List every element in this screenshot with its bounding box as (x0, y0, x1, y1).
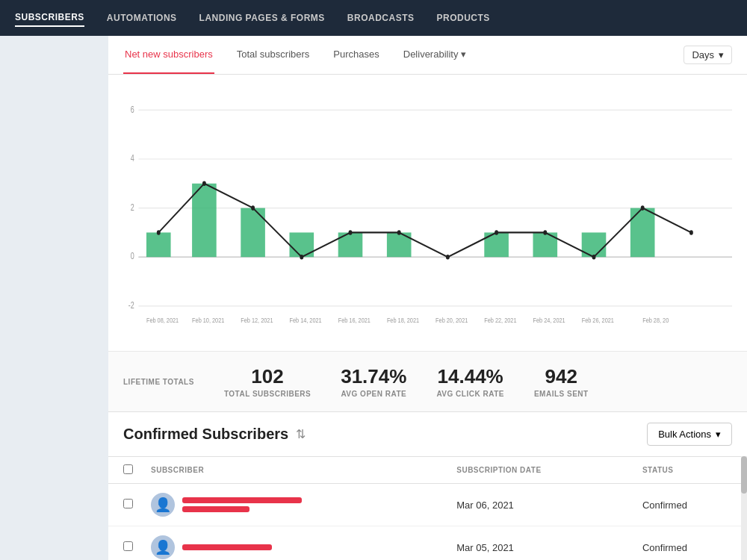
svg-rect-12 (192, 184, 217, 257)
row-checkbox[interactable] (123, 541, 133, 551)
stat-avg-open-rate-value: 31.74% (341, 365, 406, 388)
svg-text:Feb 16, 2021: Feb 16, 2021 (338, 316, 371, 324)
stat-total-subscribers-label: Total Subscribers (224, 390, 311, 398)
stat-total-subscribers: 102 Total Subscribers (224, 365, 311, 398)
stat-emails-sent: 942 Emails Sent (534, 365, 589, 398)
bulk-actions-label: Bulk Actions (658, 429, 711, 440)
select-all-checkbox[interactable] (123, 464, 133, 474)
svg-text:-2: -2 (128, 300, 134, 311)
svg-point-26 (397, 230, 401, 235)
days-label: Days (692, 49, 714, 60)
chart-svg: 6 4 2 0 -2 (123, 90, 732, 351)
stat-emails-sent-label: Emails Sent (534, 390, 589, 398)
col-checkbox (108, 457, 142, 484)
chevron-down-icon: ▾ (716, 429, 721, 440)
subscribers-table: Subscriber Subscription Date Status (108, 456, 747, 560)
nav-automations[interactable]: Automations (107, 10, 177, 26)
redacted-bar (182, 506, 249, 512)
tab-net-new-subscribers[interactable]: Net new subscribers (123, 36, 214, 74)
svg-point-30 (592, 255, 596, 260)
scrollbar-track[interactable] (741, 456, 747, 560)
svg-point-25 (349, 230, 353, 235)
tab-purchases[interactable]: Purchases (332, 36, 380, 74)
svg-text:0: 0 (131, 251, 134, 261)
status-badge: Confirmed (642, 500, 687, 511)
chart-area: 6 4 2 0 -2 (108, 75, 747, 351)
svg-text:Feb 20, 2021: Feb 20, 2021 (436, 316, 468, 324)
redacted-subscriber-info (182, 497, 302, 512)
stat-emails-sent-value: 942 (534, 365, 589, 388)
redacted-bar (182, 544, 272, 550)
svg-point-32 (689, 230, 693, 235)
nav-broadcasts[interactable]: Broadcasts (347, 10, 415, 26)
tab-deliverability-label: Deliverability (403, 49, 459, 60)
chevron-down-icon: ▾ (461, 49, 466, 60)
svg-text:Feb 26, 2021: Feb 26, 2021 (582, 316, 614, 324)
svg-text:Feb 24, 2021: Feb 24, 2021 (533, 316, 565, 324)
svg-rect-11 (146, 232, 171, 257)
lifetime-totals: Lifetime Totals 102 Total Subscribers 31… (108, 351, 747, 411)
tab-deliverability[interactable]: Deliverability ▾ (402, 36, 468, 74)
nav-products[interactable]: Products (437, 10, 490, 26)
svg-text:Feb 22, 2021: Feb 22, 2021 (484, 316, 516, 324)
user-icon: 👤 (155, 497, 171, 513)
status-cell: Confirmed (633, 484, 747, 526)
svg-point-27 (446, 255, 450, 260)
main-layout: Net new subscribers Total subscribers Pu… (0, 36, 747, 560)
bulk-actions-button[interactable]: Bulk Actions ▾ (647, 423, 732, 446)
col-status: Status (633, 457, 747, 484)
sidebar (0, 36, 108, 560)
svg-rect-13 (241, 208, 265, 258)
stat-avg-click-rate-value: 14.44% (436, 365, 504, 388)
redacted-subscriber-info (182, 544, 272, 550)
svg-point-23 (251, 205, 255, 211)
sort-icon[interactable]: ⇅ (296, 427, 306, 441)
lifetime-totals-label: Lifetime Totals (123, 378, 194, 386)
col-subscriber: Subscriber (142, 457, 447, 484)
row-checkbox-cell (108, 526, 142, 561)
svg-point-24 (300, 255, 303, 260)
svg-rect-20 (630, 208, 655, 258)
days-dropdown[interactable]: Days ▾ (684, 46, 732, 64)
redacted-bar (182, 497, 302, 503)
svg-text:2: 2 (131, 202, 134, 213)
subscribers-title: Confirmed Subscribers (123, 426, 288, 443)
stat-avg-open-rate-label: Avg Open Rate (341, 390, 406, 398)
status-badge: Confirmed (642, 542, 687, 553)
svg-point-31 (641, 205, 645, 211)
status-cell: Confirmed (633, 526, 747, 561)
scrollbar-thumb[interactable] (741, 456, 747, 494)
nav-landing-pages[interactable]: Landing Pages & Forms (199, 10, 325, 26)
content-area: Net new subscribers Total subscribers Pu… (108, 36, 747, 560)
col-subscription-date: Subscription Date (447, 457, 633, 484)
avatar: 👤 (151, 493, 175, 517)
svg-text:Feb 28, 20: Feb 28, 20 (642, 316, 669, 324)
stat-total-subscribers-value: 102 (224, 365, 311, 388)
svg-text:Feb 18, 2021: Feb 18, 2021 (387, 316, 419, 324)
subscription-date-cell: Mar 05, 2021 (447, 526, 633, 561)
svg-point-22 (202, 181, 206, 187)
svg-point-29 (543, 230, 547, 235)
svg-text:Feb 14, 2021: Feb 14, 2021 (289, 316, 321, 324)
svg-point-28 (495, 230, 498, 235)
stat-avg-open-rate: 31.74% Avg Open Rate (341, 365, 406, 398)
nav-subscribers[interactable]: Subscribers (15, 9, 84, 27)
row-checkbox[interactable] (123, 499, 133, 508)
svg-text:4: 4 (131, 153, 134, 164)
subscribers-toolbar: Confirmed Subscribers ⇅ Bulk Actions ▾ (108, 411, 747, 456)
tab-total-subscribers[interactable]: Total subscribers (235, 36, 311, 74)
chevron-down-icon: ▾ (719, 49, 724, 60)
subscribers-table-wrapper: Subscriber Subscription Date Status (108, 456, 747, 560)
top-nav: Subscribers Automations Landing Pages & … (0, 0, 747, 36)
avatar: 👤 (151, 535, 175, 559)
row-checkbox-cell (108, 484, 142, 526)
svg-point-21 (157, 230, 161, 235)
table-row: 👤 Mar 06, 2021 Confirmed (108, 484, 747, 526)
subscriber-cell: 👤 (142, 484, 447, 526)
tabs-row: Net new subscribers Total subscribers Pu… (108, 36, 747, 75)
subscriber-cell: 👤 (142, 526, 447, 561)
svg-text:Feb 12, 2021: Feb 12, 2021 (241, 316, 273, 324)
svg-text:Feb 08, 2021: Feb 08, 2021 (146, 316, 179, 324)
stat-avg-click-rate-label: Avg Click Rate (436, 390, 504, 398)
subscription-date-cell: Mar 06, 2021 (447, 484, 633, 526)
